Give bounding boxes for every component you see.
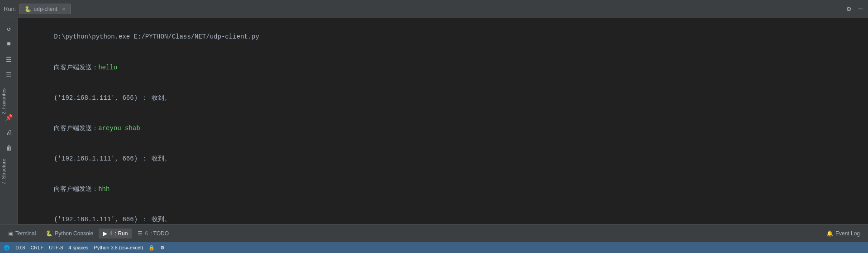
console-line: D:\python\python.exe E:/PYTHON/Class/NET…	[24, 22, 863, 52]
terminal-icon: ▣	[8, 230, 13, 237]
run-tab-bottom[interactable]: ▶ 4 : Run	[99, 229, 132, 238]
console-input-value: hhh	[98, 185, 110, 193]
run-output-panel[interactable]: D:\python\python.exe E:/PYTHON/Class/NET…	[18, 18, 868, 224]
python-tab-icon: 🐍	[24, 6, 31, 12]
sidebar-print-icon[interactable]: 🖨	[2, 126, 16, 140]
top-toolbar: Run: 🐍 udp-client ✕ ⚙ —	[0, 0, 868, 18]
console-input-value: hello	[98, 64, 117, 71]
status-position[interactable]: 10:8	[15, 245, 25, 250]
python-console-icon: 🐍	[46, 230, 52, 237]
terminal-tab[interactable]: ▣ Terminal	[4, 229, 40, 238]
event-log-icon: 🔔	[826, 230, 833, 237]
content-area: ↺ ■ ☰ ☰ 2: Favorites 📌 🖨 🗑 7: Structure …	[0, 18, 868, 224]
status-bar: 🌐 10:8 CRLF UTF-8 4 spaces Python 3.8 (c…	[0, 242, 868, 253]
run-icon: ▶	[103, 230, 107, 237]
event-log-label: Event Log	[835, 230, 860, 237]
console-prefix: 向客户端发送：	[54, 185, 98, 193]
run-label: Run:	[4, 5, 16, 12]
bottom-toolbar: ▣ Terminal 🐍 Python Console ▶ 4 : Run ☰ …	[0, 224, 868, 242]
status-lock-icon: 🔒	[148, 245, 155, 251]
terminal-label: Terminal	[15, 230, 36, 237]
status-indent[interactable]: 4 spaces	[68, 245, 88, 250]
favorites-label: 2: Favorites	[1, 88, 6, 114]
todo-number: 6	[145, 230, 148, 237]
todo-label: : TODO	[150, 230, 169, 237]
console-response: ('192.168.1.111', 666) ： 收到。	[54, 216, 171, 223]
minimize-icon[interactable]: —	[856, 4, 864, 14]
status-settings-icon[interactable]: ⚙	[160, 245, 165, 251]
sidebar-refresh-icon[interactable]: ↺	[2, 22, 16, 35]
run-label-bottom: : Run	[115, 230, 128, 237]
todo-tab[interactable]: ☰ 6 : TODO	[133, 229, 173, 238]
toolbar-icons: ⚙ —	[845, 4, 864, 15]
run-tab[interactable]: 🐍 udp-client ✕	[19, 4, 70, 14]
console-line: ('192.168.1.111', 666) ： 收到。	[24, 204, 863, 224]
structure-label: 7: Structure	[1, 159, 6, 185]
console-prefix: 向客户端发送：	[54, 125, 98, 132]
status-line-ending[interactable]: CRLF	[30, 245, 43, 250]
console-response: ('192.168.1.111', 666) ： 收到。	[54, 155, 171, 162]
sidebar-stop-icon[interactable]: ■	[2, 37, 16, 51]
tab-close-button[interactable]: ✕	[62, 6, 66, 12]
status-network-icon: 🌐	[4, 245, 10, 251]
python-console-tab[interactable]: 🐍 Python Console	[41, 229, 98, 238]
left-sidebar: ↺ ■ ☰ ☰ 2: Favorites 📌 🖨 🗑 7: Structure	[0, 18, 18, 224]
console-response: ('192.168.1.111', 666) ： 收到。	[54, 94, 171, 102]
event-log-tab[interactable]: 🔔 Event Log	[822, 229, 864, 238]
console-line: ('192.168.1.111', 666) ： 收到。	[24, 83, 863, 113]
status-encoding[interactable]: UTF-8	[49, 245, 63, 250]
console-line: 向客户端发送：hello	[24, 52, 863, 83]
python-console-label: Python Console	[55, 230, 93, 237]
status-python-version[interactable]: Python 3.8 (csv-excel)	[94, 245, 143, 250]
settings-icon[interactable]: ⚙	[845, 4, 853, 15]
console-prefix: 向客户端发送：	[54, 64, 98, 71]
console-line: 向客户端发送：areyou shab	[24, 113, 863, 144]
console-command: D:\python\python.exe E:/PYTHON/Class/NET…	[54, 33, 259, 40]
sidebar-delete-icon[interactable]: 🗑	[2, 141, 16, 155]
console-line: 向客户端发送：hhh	[24, 174, 863, 204]
console-line: ('192.168.1.111', 666) ： 收到。	[24, 144, 863, 174]
sidebar-list2-icon[interactable]: ☰	[2, 68, 16, 82]
run-number: 4	[110, 230, 113, 237]
todo-icon: ☰	[138, 230, 143, 237]
tab-name: udp-client	[33, 6, 57, 12]
console-input-value: areyou shab	[98, 125, 140, 132]
sidebar-list1-icon[interactable]: ☰	[2, 53, 16, 66]
